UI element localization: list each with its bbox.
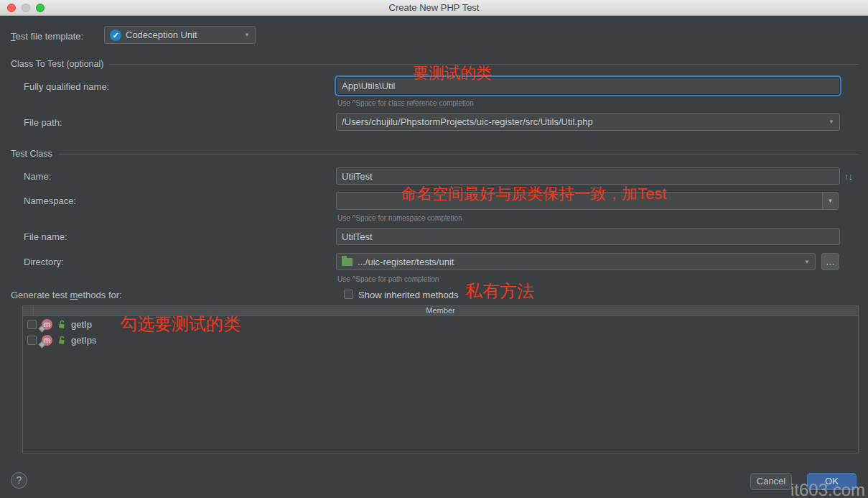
column-divider <box>33 306 34 315</box>
directory-label: Directory: <box>24 257 64 267</box>
minimize-button <box>22 4 30 12</box>
public-lock-icon <box>57 319 66 329</box>
directory-hint: Use ^Space for path completion <box>337 275 439 283</box>
cancel-button[interactable]: Cancel <box>750 473 792 490</box>
watermark: it603.com <box>790 480 865 498</box>
members-table: Member mgetIp勾选要测试的类mgetIps <box>22 305 859 453</box>
test-class-section-title: Test Class <box>11 149 859 159</box>
fqn-annotation: 要测试的类 <box>413 65 492 82</box>
show-inherited-checkbox[interactable] <box>344 290 353 299</box>
namespace-hint: Use ^Space for namespace completion <box>337 214 462 222</box>
file-path-value: /Users/chujilu/PhpstormProjects/uic-regi… <box>342 116 593 127</box>
question-icon: ? <box>17 474 22 486</box>
method-icon: m <box>42 319 52 330</box>
generate-test-methods-label: Generate test methods for: <box>11 290 122 300</box>
window-title: Create New PHP Test <box>0 0 868 15</box>
history-updown-icon[interactable]: ↑↓ <box>844 171 852 182</box>
fully-qualified-name-value: App\Utils\Util <box>342 80 395 91</box>
file-path-label: File path: <box>24 117 62 128</box>
test-file-template-label: Test file template: <box>11 31 83 42</box>
codeception-icon: ✓ <box>110 29 121 41</box>
public-lock-icon <box>57 335 66 345</box>
name-value: UtilTest <box>342 171 373 182</box>
help-button[interactable]: ? <box>11 472 27 489</box>
name-label: Name: <box>24 171 51 182</box>
file-name-value: UtilTest <box>342 231 373 242</box>
chevron-down-icon[interactable]: ▼ <box>239 27 255 43</box>
fully-qualified-name-label: Fully qualified name: <box>24 81 109 92</box>
chevron-down-icon[interactable]: ▼ <box>799 254 815 269</box>
row-checkbox[interactable] <box>27 320 37 329</box>
member-column-header: Member <box>426 306 454 315</box>
folder-icon <box>342 258 353 266</box>
show-inherited-label: Show inherited methods <box>358 290 458 300</box>
member-rows: mgetIp勾选要测试的类mgetIps <box>23 316 858 348</box>
row-checkbox[interactable] <box>27 336 37 345</box>
private-methods-annotation: 私有方法 <box>465 282 534 300</box>
ellipsis-icon: … <box>826 257 835 267</box>
directory-combo[interactable]: .../uic-register/tests/unit ▼ <box>336 253 816 270</box>
chevron-down-icon[interactable]: ▼ <box>822 193 838 209</box>
test-file-template-combo[interactable]: ✓ Codeception Unit ▼ <box>104 26 256 44</box>
row-annotation: 勾选要测试的类 <box>120 315 241 333</box>
namespace-annotation: 命名空间最好与原类保持一致，加Test <box>401 185 666 203</box>
table-row[interactable]: mgetIp勾选要测试的类 <box>23 316 858 332</box>
file-name-input[interactable]: UtilTest <box>336 228 840 245</box>
fully-qualified-name-input[interactable]: App\Utils\Util <box>336 77 840 95</box>
table-row[interactable]: mgetIps <box>23 332 858 348</box>
traffic-lights <box>7 4 45 12</box>
test-file-template-value: Codeception Unit <box>126 29 197 40</box>
method-name: getIp <box>71 319 92 330</box>
method-icon: m <box>42 335 52 346</box>
browse-button[interactable]: … <box>821 253 839 270</box>
titlebar: Create New PHP Test <box>0 0 868 16</box>
name-input[interactable]: UtilTest <box>336 167 840 185</box>
file-name-label: File name: <box>24 231 67 242</box>
fqn-hint: Use ^Space for class reference completio… <box>337 99 474 107</box>
file-path-combo[interactable]: /Users/chujilu/PhpstormProjects/uic-regi… <box>336 113 840 131</box>
chevron-down-icon[interactable]: ▼ <box>823 114 839 130</box>
namespace-label: Namespace: <box>24 195 76 206</box>
zoom-button[interactable] <box>36 4 45 12</box>
create-new-php-test-dialog: Create New PHP Test Test file template: … <box>0 0 868 498</box>
close-button[interactable] <box>7 4 16 12</box>
directory-value: .../uic-register/tests/unit <box>358 257 454 267</box>
method-name: getIps <box>71 335 96 346</box>
